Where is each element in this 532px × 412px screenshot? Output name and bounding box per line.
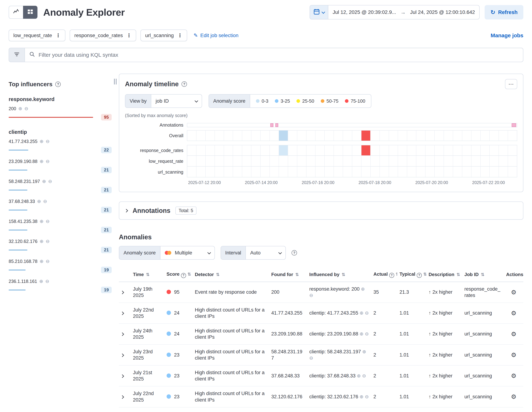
- swimlane-cell[interactable]: [325, 167, 334, 177]
- swimlane-cell[interactable]: [508, 145, 517, 155]
- swimlane-cell[interactable]: [380, 145, 389, 155]
- swimlane-cell[interactable]: [261, 145, 270, 155]
- swimlane-cell[interactable]: [361, 167, 371, 177]
- swimlane-track[interactable]: [187, 130, 517, 141]
- filter-options-button[interactable]: [9, 48, 25, 62]
- swimlane-cell[interactable]: [325, 156, 334, 166]
- swimlane-cell[interactable]: [187, 131, 197, 141]
- swimlane-cell[interactable]: [343, 131, 352, 141]
- refresh-button[interactable]: ↻ Refresh: [485, 5, 523, 19]
- swimlane-cell[interactable]: [472, 145, 481, 155]
- influencer-value[interactable]: 41.77.243.255: [9, 139, 38, 144]
- swimlane-cell[interactable]: [288, 167, 297, 177]
- add-filter-icon[interactable]: ⊕: [360, 331, 364, 337]
- swimlane-cell[interactable]: [481, 167, 490, 177]
- swimlane-track[interactable]: [187, 145, 517, 156]
- swimlane-cell[interactable]: [453, 156, 462, 166]
- swimlane-cell[interactable]: [426, 131, 435, 141]
- swimlane-cell[interactable]: [288, 156, 297, 166]
- swimlane-cell[interactable]: [279, 145, 288, 155]
- swimlane-cell[interactable]: [270, 145, 279, 155]
- swimlane-cell[interactable]: [288, 131, 297, 141]
- swimlane-cell[interactable]: [444, 156, 453, 166]
- remove-filter-icon[interactable]: ⊖: [46, 259, 50, 264]
- swimlane-cell[interactable]: [233, 145, 242, 155]
- swimlane-cell[interactable]: [453, 167, 462, 177]
- sort-icon[interactable]: ⇅: [342, 272, 345, 277]
- remove-filter-icon[interactable]: ⊖: [46, 159, 50, 164]
- actions-gear-icon[interactable]: ⚙: [511, 352, 516, 358]
- remove-filter-icon[interactable]: ⊖: [309, 293, 313, 298]
- remove-filter-icon[interactable]: ⊖: [45, 279, 49, 284]
- swimlane-cell[interactable]: [187, 145, 197, 155]
- swimlane-cell[interactable]: [407, 156, 416, 166]
- swimlane-cell[interactable]: [197, 131, 206, 141]
- swimlane-cell[interactable]: [416, 145, 426, 155]
- column-header-description[interactable]: Description⇅: [427, 268, 462, 282]
- swimlane-cell[interactable]: [233, 167, 242, 177]
- swimlane-cell[interactable]: [490, 167, 499, 177]
- swimlane-cell[interactable]: [371, 156, 380, 166]
- swimlane-cell[interactable]: [398, 145, 407, 155]
- swimlane-cell[interactable]: [499, 145, 508, 155]
- column-header-job-id[interactable]: Job ID⇅: [462, 268, 504, 282]
- swimlane-cell[interactable]: [270, 167, 279, 177]
- swimlane-cell[interactable]: [224, 167, 233, 177]
- swimlane-cell[interactable]: [325, 145, 334, 155]
- help-icon[interactable]: ?: [181, 273, 186, 278]
- swimlane-cell[interactable]: [279, 131, 288, 141]
- add-filter-icon[interactable]: ⊕: [40, 219, 44, 224]
- swimlane-cell[interactable]: [361, 131, 371, 141]
- swimlane-cell[interactable]: [297, 145, 306, 155]
- swimlane-cell[interactable]: [215, 131, 224, 141]
- swimlane-cell[interactable]: [380, 156, 389, 166]
- swimlane-cell[interactable]: [297, 156, 306, 166]
- swimlane-cell[interactable]: [334, 131, 343, 141]
- remove-filter-icon[interactable]: ⊖: [365, 310, 369, 316]
- swimlane-cell[interactable]: [499, 131, 508, 141]
- swimlane-cell[interactable]: [462, 167, 472, 177]
- swimlane-cell[interactable]: [215, 167, 224, 177]
- date-end[interactable]: Jul 24, 2025 @ 12:00:10.642: [406, 9, 479, 15]
- swimlane-cell[interactable]: [426, 156, 435, 166]
- swimlane-cell[interactable]: [261, 167, 270, 177]
- swimlane-cell[interactable]: [206, 156, 215, 166]
- kql-filter-input[interactable]: [38, 52, 519, 58]
- swimlane-cell[interactable]: [407, 145, 416, 155]
- swimlane-cell[interactable]: [279, 156, 288, 166]
- swimlane-cell[interactable]: [499, 167, 508, 177]
- influencer-value[interactable]: 58.248.231.197: [9, 179, 40, 184]
- swimlane-cell[interactable]: [224, 131, 233, 141]
- swimlane-cell[interactable]: [462, 145, 472, 155]
- swimlane-cell[interactable]: [233, 156, 242, 166]
- interval-select[interactable]: Auto: [246, 246, 285, 259]
- job-badge-menu-icon[interactable]: ⋮: [126, 32, 132, 38]
- add-filter-icon[interactable]: ⊕: [37, 199, 41, 204]
- sort-icon[interactable]: ⇅: [216, 272, 219, 277]
- swimlane-cell[interactable]: [233, 131, 242, 141]
- add-filter-icon[interactable]: ⊕: [40, 259, 44, 264]
- remove-filter-icon[interactable]: ⊖: [365, 331, 369, 337]
- sort-icon[interactable]: ⇅: [481, 272, 484, 277]
- add-filter-icon[interactable]: ⊕: [360, 394, 364, 399]
- swimlane-cell[interactable]: [462, 131, 472, 141]
- swimlane-cell[interactable]: [306, 131, 316, 141]
- swimlane-cell[interactable]: [426, 145, 435, 155]
- actions-gear-icon[interactable]: ⚙: [511, 289, 516, 296]
- remove-filter-icon[interactable]: ⊖: [362, 373, 366, 378]
- actions-gear-icon[interactable]: ⚙: [511, 331, 516, 337]
- swimlane-cell[interactable]: [407, 131, 416, 141]
- swimlane-cell[interactable]: [352, 145, 361, 155]
- add-filter-icon[interactable]: ⊕: [357, 373, 361, 378]
- swimlane-cell[interactable]: [380, 131, 389, 141]
- swimlane-cell[interactable]: [197, 167, 206, 177]
- swimlane-cell[interactable]: [297, 167, 306, 177]
- swimlane-cell[interactable]: [242, 167, 251, 177]
- actions-gear-icon[interactable]: ⚙: [511, 372, 516, 379]
- swimlane-cell[interactable]: [481, 145, 490, 155]
- swimlane-cell[interactable]: [206, 131, 215, 141]
- remove-filter-icon[interactable]: ⊖: [309, 355, 313, 361]
- swimlane-cell[interactable]: [389, 145, 398, 155]
- job-badge[interactable]: response_code_rates⋮: [70, 29, 136, 41]
- column-header-score[interactable]: Score?⇅↓: [164, 268, 193, 282]
